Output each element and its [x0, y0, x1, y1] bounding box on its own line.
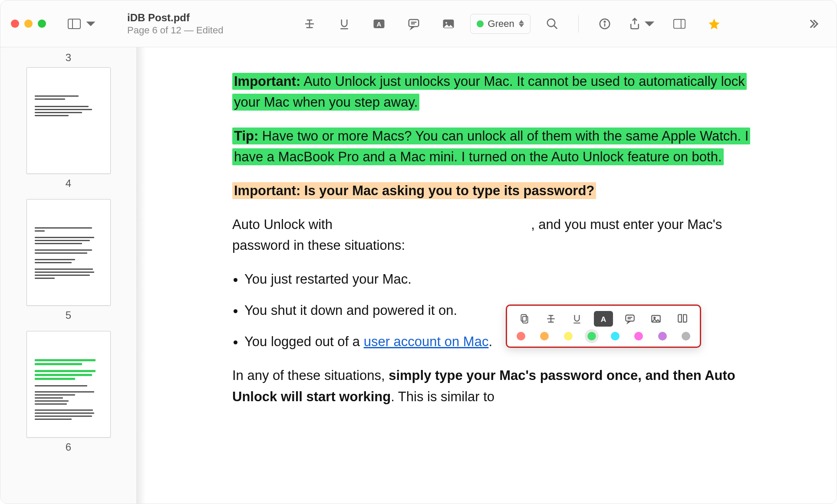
- color-swatch-purple[interactable]: [658, 332, 667, 340]
- window-controls: [11, 20, 54, 28]
- share-icon: [628, 17, 641, 30]
- thumb-number: 5: [66, 309, 71, 321]
- strikethrough-icon: [545, 313, 557, 324]
- svg-rect-19: [626, 315, 634, 321]
- text-box-icon: A: [598, 313, 609, 324]
- overflow-button[interactable]: [800, 11, 826, 37]
- paragraph: Important: Auto Unlock just unlocks your…: [232, 71, 758, 113]
- info-button[interactable]: [592, 11, 618, 37]
- image-button[interactable]: [435, 11, 461, 37]
- info-icon: [598, 17, 611, 30]
- color-swatch-red[interactable]: [517, 332, 525, 340]
- color-swatch-magenta[interactable]: [634, 332, 643, 340]
- chevron-down-icon: [643, 17, 656, 30]
- share-button[interactable]: [626, 11, 658, 37]
- stepper-icon: [519, 20, 524, 27]
- color-swatch-orange[interactable]: [540, 332, 549, 340]
- svg-line-10: [554, 25, 557, 29]
- toolbar-divider: [578, 15, 579, 33]
- chevron-down-icon: [84, 18, 98, 30]
- main-area: 3 4: [0, 47, 837, 504]
- paragraph: Tip: Have two or more Macs? You can unlo…: [232, 126, 758, 167]
- text-box-button[interactable]: A: [366, 11, 392, 37]
- speech-bubble-icon: [624, 313, 636, 324]
- toolbar: iDB Post.pdf Page 6 of 12 — Edited A Gre…: [0, 0, 837, 47]
- page-thumbnail-6[interactable]: 6: [0, 331, 136, 453]
- svg-text:A: A: [376, 20, 381, 28]
- svg-rect-0: [68, 19, 80, 29]
- svg-point-9: [547, 19, 555, 26]
- close-window-button[interactable]: [11, 20, 19, 28]
- annotation-popup: A: [506, 304, 701, 348]
- text-box-icon: A: [372, 17, 386, 30]
- inspector-button[interactable]: [666, 11, 692, 37]
- strikethrough-button[interactable]: [297, 11, 323, 37]
- thumbnail-sidebar[interactable]: 3 4: [0, 47, 137, 504]
- note-button[interactable]: [401, 11, 427, 37]
- document-view[interactable]: Important: Auto Unlock just unlocks your…: [137, 47, 837, 504]
- sidebar-view-toggle[interactable]: [63, 18, 102, 30]
- document-title: iDB Post.pdf: [127, 12, 223, 24]
- popup-color-row: [515, 332, 692, 340]
- copy-icon: [519, 313, 530, 324]
- svg-rect-16: [521, 314, 526, 321]
- copy-button[interactable]: [515, 311, 534, 327]
- popup-tool-row: A: [515, 311, 692, 327]
- underline-icon: [571, 313, 583, 324]
- speech-bubble-icon: [407, 17, 420, 30]
- fullscreen-window-button[interactable]: [38, 20, 46, 28]
- panel-right-icon: [673, 17, 686, 30]
- color-swatch-green[interactable]: [587, 332, 596, 340]
- color-swatch-gray[interactable]: [682, 332, 690, 340]
- sidebar-icon: [67, 18, 81, 30]
- note-button[interactable]: [620, 311, 639, 327]
- list-item: You just restarted your Mac.: [244, 269, 758, 290]
- paragraph: Auto Unlock with , and you must enter yo…: [232, 214, 758, 256]
- search-button[interactable]: [539, 11, 565, 37]
- chevrons-right-icon: [807, 17, 820, 30]
- image-icon: [650, 313, 662, 324]
- svg-rect-17: [523, 317, 528, 323]
- thumb-number: 3: [0, 52, 136, 64]
- color-swatch-yellow[interactable]: [564, 332, 573, 340]
- favorite-button[interactable]: [701, 11, 727, 37]
- strikethrough-icon: [303, 17, 316, 30]
- underline-button[interactable]: [567, 311, 587, 327]
- image-icon: [442, 17, 455, 30]
- document-subtitle: Page 6 of 12 — Edited: [127, 25, 223, 36]
- search-icon: [546, 17, 559, 30]
- color-dot-icon: [477, 20, 484, 27]
- page-thumbnail-5[interactable]: 5: [0, 199, 136, 321]
- underline-icon: [338, 17, 351, 30]
- page-shadow: [137, 47, 145, 504]
- user-account-link[interactable]: user account on Mac: [364, 334, 489, 349]
- image-button[interactable]: [646, 311, 666, 327]
- underline-button[interactable]: [331, 11, 357, 37]
- star-icon: [708, 17, 721, 30]
- svg-rect-14: [674, 19, 685, 28]
- bookmark-button[interactable]: [673, 311, 692, 327]
- thumb-number: 6: [66, 441, 71, 453]
- color-swatch-cyan[interactable]: [611, 332, 620, 340]
- heading: Important: Is your Mac asking you to typ…: [232, 180, 758, 201]
- highlight-color-label: Green: [488, 18, 514, 29]
- svg-point-23: [654, 317, 655, 318]
- book-icon: [677, 313, 688, 324]
- svg-rect-4: [409, 20, 418, 26]
- paragraph: In any of these situations, simply type …: [232, 365, 758, 407]
- document-title-block: iDB Post.pdf Page 6 of 12 — Edited: [127, 12, 223, 36]
- svg-text:A: A: [601, 315, 606, 324]
- thumb-number: 4: [66, 177, 71, 190]
- svg-point-8: [445, 22, 447, 23]
- page-content: Important: Auto Unlock just unlocks your…: [232, 71, 758, 420]
- strikethrough-button[interactable]: [541, 311, 560, 327]
- text-box-button[interactable]: A: [594, 311, 613, 327]
- highlight-color-selector[interactable]: Green: [470, 14, 531, 34]
- minimize-window-button[interactable]: [24, 20, 33, 28]
- page-thumbnail-4[interactable]: 4: [0, 67, 136, 190]
- svg-point-13: [604, 21, 606, 22]
